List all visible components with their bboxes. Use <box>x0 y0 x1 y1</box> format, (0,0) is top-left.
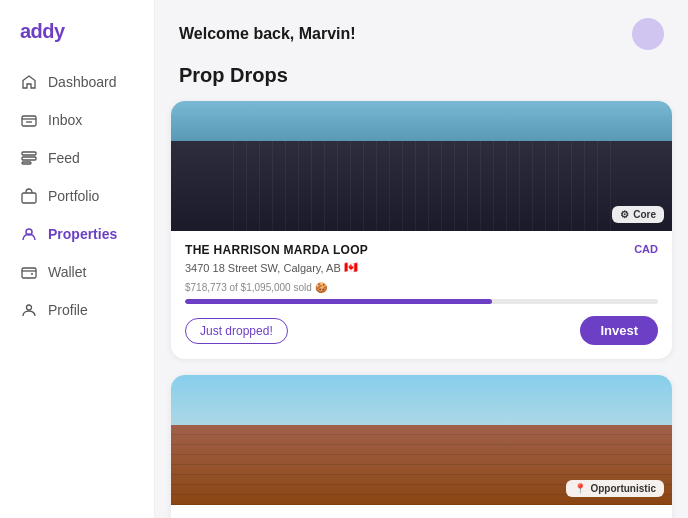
svg-rect-2 <box>22 157 36 160</box>
welcome-message: Welcome back, Marvin! <box>179 25 356 43</box>
sold-text-harrison: $718,773 of $1,095,000 sold 🍪 <box>185 282 658 293</box>
sidebar-item-inbox[interactable]: Inbox <box>0 101 154 139</box>
progress-fill-harrison <box>185 299 492 304</box>
wallet-icon <box>20 263 38 281</box>
property-card-harrison: ⚙ Core THE HARRISON MARDA LOOP CAD 3470 … <box>171 101 672 359</box>
sidebar-item-portfolio[interactable]: Portfolio <box>0 177 154 215</box>
sidebar-item-wallet[interactable]: Wallet <box>0 253 154 291</box>
svg-rect-3 <box>22 162 31 164</box>
property-image-davenport: 📍 Opportunistic <box>171 375 672 505</box>
profile-icon <box>20 301 38 319</box>
sidebar-item-profile[interactable]: Profile <box>0 291 154 329</box>
sidebar-item-properties[interactable]: Properties <box>0 215 154 253</box>
card-body-harrison: THE HARRISON MARDA LOOP CAD 3470 18 Stre… <box>171 231 672 359</box>
svg-rect-1 <box>22 152 36 155</box>
status-badge-harrison: Just dropped! <box>185 318 288 344</box>
property-image-harrison: ⚙ Core <box>171 101 672 231</box>
currency-harrison: CAD <box>634 243 658 255</box>
sidebar-label-feed: Feed <box>48 150 80 166</box>
content-area: Prop Drops ⚙ Core THE HARRISON MARDA LOO… <box>155 64 688 518</box>
main-content: Welcome back, Marvin! Prop Drops ⚙ Core … <box>155 0 688 518</box>
sidebar-label-properties: Properties <box>48 226 117 242</box>
properties-icon <box>20 225 38 243</box>
sidebar-item-dashboard[interactable]: Dashboard <box>0 63 154 101</box>
core-icon: ⚙ <box>620 209 629 220</box>
sidebar-label-profile: Profile <box>48 302 88 318</box>
flag-canada-harrison: 🇨🇦 <box>344 261 358 274</box>
sidebar: addy Dashboard Inbox Feed <box>0 0 155 518</box>
logo: addy <box>0 16 154 63</box>
property-address-harrison: 3470 18 Street SW, Calgary, AB 🇨🇦 <box>185 261 658 274</box>
section-title: Prop Drops <box>171 64 672 87</box>
svg-point-7 <box>27 305 32 310</box>
sidebar-item-feed[interactable]: Feed <box>0 139 154 177</box>
svg-rect-4 <box>22 193 36 203</box>
property-badge-davenport: 📍 Opportunistic <box>566 480 664 497</box>
invest-button-harrison[interactable]: Invest <box>580 316 658 345</box>
portfolio-icon <box>20 187 38 205</box>
inbox-icon <box>20 111 38 129</box>
progress-container-harrison <box>185 299 658 304</box>
property-badge-harrison: ⚙ Core <box>612 206 664 223</box>
pin-icon: 📍 <box>574 483 586 494</box>
home-icon <box>20 73 38 91</box>
sidebar-label-portfolio: Portfolio <box>48 188 99 204</box>
svg-rect-0 <box>22 116 36 126</box>
card-body-davenport: DAVENPORT CAD 1928-1930 Davenport Road 🇨… <box>171 505 672 518</box>
avatar[interactable] <box>632 18 664 50</box>
property-card-davenport: 📍 Opportunistic DAVENPORT CAD 1928-1930 … <box>171 375 672 518</box>
svg-rect-6 <box>22 268 36 278</box>
header: Welcome back, Marvin! <box>155 0 688 64</box>
sidebar-label-wallet: Wallet <box>48 264 86 280</box>
feed-icon <box>20 149 38 167</box>
property-name-harrison: THE HARRISON MARDA LOOP <box>185 243 368 257</box>
sidebar-label-dashboard: Dashboard <box>48 74 117 90</box>
card-footer-harrison: Just dropped! Invest <box>185 316 658 345</box>
sidebar-label-inbox: Inbox <box>48 112 82 128</box>
card-header-harrison: THE HARRISON MARDA LOOP CAD <box>185 243 658 257</box>
